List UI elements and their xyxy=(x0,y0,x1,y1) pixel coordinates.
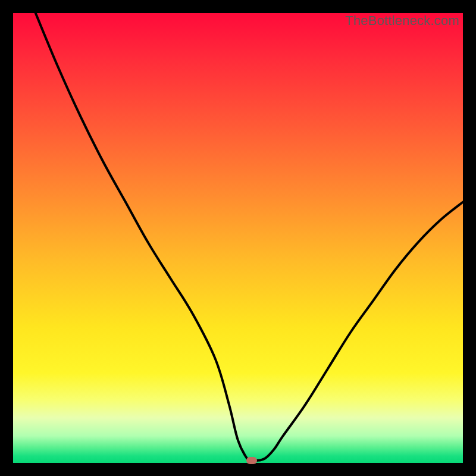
optimal-point-marker xyxy=(246,457,257,464)
watermark-text: TheBottleneck.com xyxy=(345,13,459,29)
chart-frame: TheBottleneck.com xyxy=(13,13,463,463)
gradient-background xyxy=(13,13,463,463)
bottleneck-chart xyxy=(13,13,463,463)
